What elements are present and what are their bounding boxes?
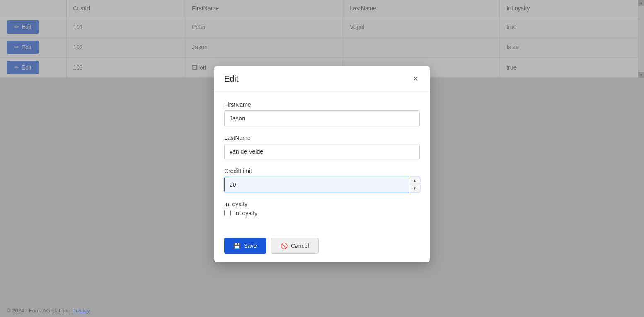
save-icon: 💾 <box>233 243 240 249</box>
inloyalty-checkbox-label: InLoyalty <box>234 210 257 216</box>
table-area: CustId FirstName LastName InLoyalty ✏ Ed… <box>0 0 644 317</box>
spinner-buttons: ▲ ▼ <box>409 177 420 192</box>
modal-overlay: Edit × FirstName LastName CreditLimit <box>0 0 644 317</box>
inloyalty-checkbox[interactable] <box>224 210 231 216</box>
save-label: Save <box>244 243 257 249</box>
modal-title: Edit <box>224 74 238 84</box>
creditlimit-input[interactable] <box>224 177 420 192</box>
lastname-label: LastName <box>224 134 420 141</box>
inloyalty-label: InLoyalty <box>224 201 420 207</box>
edit-modal: Edit × FirstName LastName CreditLimit <box>214 66 430 262</box>
modal-footer: 💾 Save 🚫 Cancel <box>214 233 430 262</box>
creditlimit-label: CreditLimit <box>224 168 420 174</box>
firstname-group: FirstName <box>224 101 420 126</box>
spinner-up-button[interactable]: ▲ <box>409 177 420 185</box>
firstname-input[interactable] <box>224 110 420 126</box>
modal-body: FirstName LastName CreditLimit ▲ ▼ <box>214 91 430 233</box>
lastname-input[interactable] <box>224 144 420 159</box>
cancel-button[interactable]: 🚫 Cancel <box>271 238 319 254</box>
cancel-icon: 🚫 <box>281 243 288 249</box>
lastname-group: LastName <box>224 134 420 159</box>
modal-header: Edit × <box>214 66 430 91</box>
creditlimit-group: CreditLimit ▲ ▼ <box>224 168 420 192</box>
firstname-label: FirstName <box>224 101 420 108</box>
spinner-down-button[interactable]: ▼ <box>409 185 420 193</box>
creditlimit-spinner-wrapper: ▲ ▼ <box>224 177 420 192</box>
cancel-label: Cancel <box>291 243 309 249</box>
modal-close-button[interactable]: × <box>412 73 420 84</box>
save-button[interactable]: 💾 Save <box>224 238 266 254</box>
inloyalty-checkbox-row: InLoyalty <box>224 210 420 216</box>
inloyalty-group: InLoyalty InLoyalty <box>224 201 420 216</box>
